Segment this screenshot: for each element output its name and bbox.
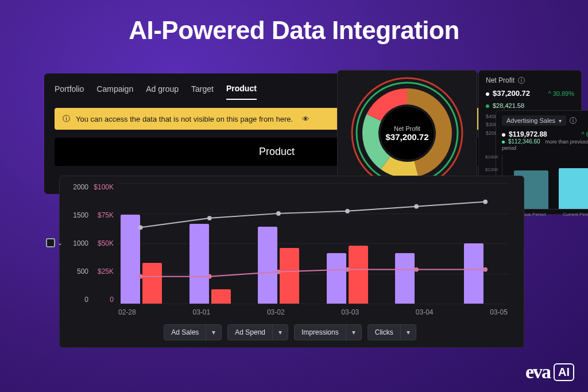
adv-selector-row: Advertising Sales ▾ i [502, 115, 588, 126]
svg-point-8 [483, 200, 488, 204]
chevron-down-icon[interactable]: ▾ [400, 325, 416, 340]
svg-point-6 [345, 209, 350, 214]
banner-text: You can access the data that is not visi… [76, 115, 293, 123]
x-tick: 03-02 [267, 308, 285, 316]
panel-main-chart: ⌄ 2000150010005000 $100K$75K$50K$25K0 02… [59, 176, 524, 348]
dashboard-stage: PortfolioCampaignAd groupTargetProduct ⓘ… [44, 73, 544, 349]
metric-button-ad-spend[interactable]: Ad Spend▾ [227, 324, 288, 340]
logo-ai-badge: AI [554, 363, 574, 381]
np-title-row: Net Profit i [486, 76, 574, 84]
donut-center: Net Profit $37,200.72 [385, 125, 428, 142]
logo-eva: eva [525, 361, 550, 383]
dot-icon [486, 104, 489, 108]
dot-icon [502, 141, 505, 143]
svg-point-13 [414, 267, 419, 272]
x-tick: 03-04 [416, 308, 434, 316]
y-axis-left: $100K$75K$50K$25K0 [91, 183, 114, 304]
metric-button-clicks[interactable]: Clicks▾ [368, 324, 416, 340]
x-axis-labels: 02-2803-0103-0203-0303-0403-05 [118, 308, 508, 316]
eye-icon[interactable]: 👁 [302, 115, 310, 123]
svg-point-5 [276, 211, 281, 216]
row-select-checkbox[interactable]: ⌄ [46, 238, 63, 247]
chevron-down-icon[interactable]: ▾ [206, 325, 221, 340]
tab-portfolio[interactable]: Portfolio [55, 82, 84, 99]
adv-delta: ^ 6.79% [582, 131, 588, 138]
dot-icon [502, 133, 505, 137]
svg-point-12 [345, 267, 350, 272]
donut-label: Net Profit [385, 125, 428, 132]
svg-point-3 [138, 225, 143, 230]
x-tick: 02-28 [118, 308, 136, 316]
donut-value: $37,200.72 [385, 132, 428, 142]
np-title: Net Profit [486, 76, 514, 84]
svg-point-10 [207, 274, 212, 279]
adv-primary-value: $119,972.88 [509, 130, 547, 138]
np-secondary-row: $28,421.58 [486, 102, 574, 109]
chevron-down-icon: ⌄ [57, 239, 63, 247]
x-tick: 03-01 [192, 308, 210, 316]
chevron-down-icon: ▾ [559, 118, 562, 124]
adv-bar-label: Current Period [563, 212, 588, 217]
hero-title: AI-Powered Data Integration [0, 16, 588, 45]
brand-logo: eva AI [525, 361, 574, 383]
metric-button-ad-sales[interactable]: Ad Sales▾ [164, 324, 222, 340]
tab-campaign[interactable]: Campaign [96, 82, 133, 99]
svg-point-14 [483, 267, 488, 272]
adv-secondary-row: $112,346.60 more than previous period [502, 138, 588, 151]
svg-point-7 [414, 204, 419, 209]
svg-point-11 [276, 270, 281, 274]
tab-target[interactable]: Target [191, 82, 214, 99]
adv-select[interactable]: Advertising Sales ▾ [502, 115, 566, 126]
adv-bar [559, 168, 589, 209]
metric-label: Ad Sales [164, 325, 206, 340]
checkbox-icon [46, 238, 55, 247]
x-tick: 03-05 [490, 308, 508, 316]
info-icon: ⓘ [63, 114, 70, 124]
svg-point-4 [207, 216, 212, 220]
np-delta: ^ 30.89% [548, 90, 574, 97]
np-primary-row: $37,200.72 ^ 30.89% [486, 89, 574, 98]
chevron-down-icon[interactable]: ▾ [346, 325, 361, 340]
adv-primary-row: $119,972.88 ^ 6.79% [502, 130, 588, 138]
x-tick: 03-03 [341, 308, 359, 316]
dot-icon [486, 92, 489, 96]
line-overlay-svg [118, 183, 508, 300]
metric-button-impressions[interactable]: Impressions▾ [294, 324, 362, 340]
info-icon[interactable]: i [570, 117, 577, 124]
chevron-down-icon[interactable]: ▾ [272, 325, 288, 340]
svg-point-9 [138, 274, 143, 279]
tab-ad-group[interactable]: Ad group [146, 82, 179, 99]
np-secondary-value: $28,421.58 [493, 102, 524, 109]
adv-secondary-value: $112,346.60 [508, 138, 540, 145]
np-primary-value: $37,200.72 [493, 89, 530, 98]
chart-area: 2000150010005000 $100K$75K$50K$25K0 [118, 183, 508, 304]
metric-label: Ad Spend [228, 325, 272, 340]
adv-select-label: Advertising Sales [506, 117, 555, 124]
metric-label: Clicks [368, 325, 400, 340]
metric-button-row: Ad Sales▾Ad Spend▾Impressions▾Clicks▾ [67, 324, 513, 340]
tab-product[interactable]: Product [226, 81, 257, 100]
y-axis-right: 2000150010005000 [68, 183, 88, 304]
metric-label: Impressions [295, 325, 346, 340]
info-icon[interactable]: i [518, 77, 525, 84]
